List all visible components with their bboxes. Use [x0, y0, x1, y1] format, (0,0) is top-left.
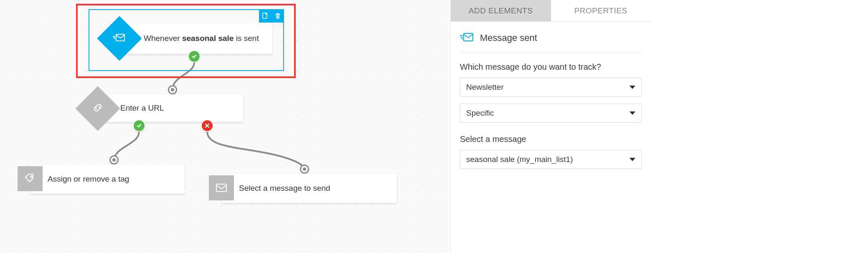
svg-rect-0	[263, 13, 267, 18]
panel-tabs: ADD ELEMENTS PROPERTIES	[451, 0, 651, 22]
input-port[interactable]	[168, 85, 177, 94]
track-message-label: Which message do you want to track?	[460, 62, 642, 72]
tab-add-elements[interactable]: ADD ELEMENTS	[451, 0, 551, 21]
input-port[interactable]	[109, 155, 119, 164]
message-scope-value: Specific	[466, 109, 494, 118]
tab-properties[interactable]: PROPERTIES	[551, 0, 651, 21]
workflow-canvas[interactable]: Whenever seasonal sale is sent Enter a U…	[0, 0, 450, 253]
url-node[interactable]: Enter a URL	[101, 94, 243, 122]
duplicate-button[interactable]	[259, 9, 272, 23]
fail-port[interactable]	[201, 119, 213, 132]
link-icon	[75, 86, 120, 131]
mail-icon	[209, 175, 234, 200]
success-port[interactable]	[133, 119, 145, 132]
node-toolbar	[259, 9, 284, 23]
trigger-node-label: Whenever seasonal sale is sent	[144, 34, 259, 43]
side-panel: ADD ELEMENTS PROPERTIES Message sent Whi…	[450, 0, 868, 253]
send-node-label: Select a message to send	[239, 184, 330, 193]
message-type-select[interactable]: Newsletter	[460, 78, 642, 97]
svg-point-2	[30, 176, 32, 177]
select-message-label: Select a message	[460, 134, 642, 144]
message-select[interactable]: seasonal sale (my_main_list1)	[460, 150, 642, 169]
section-header: Message sent	[460, 32, 642, 53]
tag-node-label: Assign or remove a tag	[48, 175, 129, 184]
url-node-label: Enter a URL	[120, 104, 164, 113]
chevron-down-icon	[629, 158, 635, 161]
chevron-down-icon	[629, 111, 635, 115]
section-title: Message sent	[480, 33, 537, 43]
chevron-down-icon	[629, 86, 635, 89]
message-scope-select[interactable]: Specific	[460, 104, 642, 123]
success-port[interactable]	[188, 50, 201, 63]
delete-button[interactable]	[272, 9, 284, 23]
send-node[interactable]: Select a message to send	[221, 174, 397, 203]
message-select-value: seasonal sale (my_main_list1)	[466, 155, 573, 164]
svg-rect-3	[216, 184, 226, 192]
input-port[interactable]	[300, 164, 309, 174]
tag-icon	[18, 166, 43, 191]
trigger-node[interactable]: Whenever seasonal sale is sent	[122, 23, 272, 54]
message-sent-icon	[460, 32, 474, 44]
tag-node[interactable]: Assign or remove a tag	[30, 164, 185, 194]
message-type-value: Newsletter	[466, 83, 504, 92]
